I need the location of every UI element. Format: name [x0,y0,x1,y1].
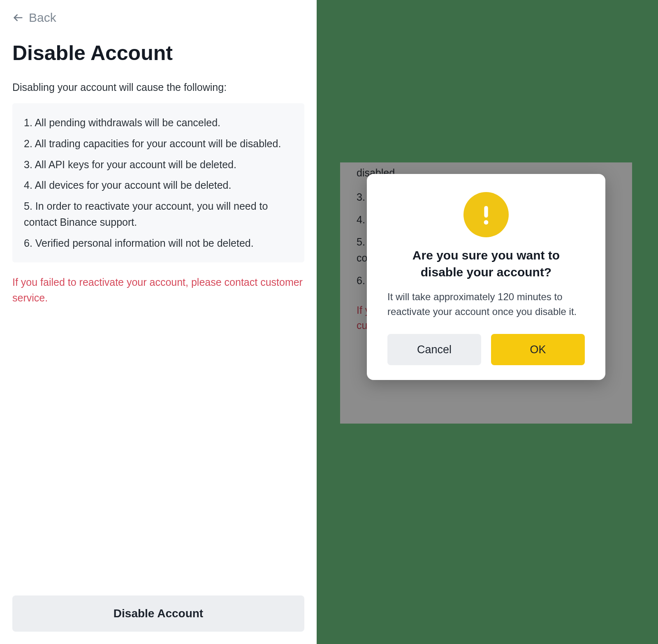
svg-rect-1 [484,206,488,218]
modal-body: It will take approximately 120 minutes t… [387,290,585,319]
confirm-modal-screen: disabled. 3. All API keys for your accou… [340,162,632,424]
modal-title-line2: disable your account? [421,265,551,279]
ok-button[interactable]: OK [491,334,585,365]
confirm-disable-modal: Are you sure you want to disable your ac… [367,174,605,380]
conseq-item-5: 5. In order to reactivate your account, … [24,198,293,230]
arrow-left-icon [12,12,24,23]
exclamation-icon [463,192,509,237]
conseq-item-3: 3. All API keys for your account will be… [24,157,293,173]
conseq-item-2: 2. All trading capacities for your accou… [24,136,293,152]
modal-title: Are you sure you want to disable your ac… [387,247,585,280]
disable-account-button[interactable]: Disable Account [12,595,304,632]
page-title: Disable Account [12,41,304,65]
conseq-item-6: 6. Verified personal information will no… [24,235,293,251]
conseq-item-1: 1. All pending withdrawals will be cance… [24,115,293,131]
back-label: Back [29,11,56,25]
consequences-box: 1. All pending withdrawals will be cance… [12,103,304,262]
disable-account-screen: Back Disable Account Disabling your acco… [0,0,317,644]
cancel-button[interactable]: Cancel [387,334,481,365]
svg-point-2 [484,220,489,225]
intro-text: Disabling your account will cause the fo… [12,81,304,93]
conseq-item-4: 4. All devices for your account will be … [24,177,293,193]
warning-text: If you failed to reactivate your account… [12,275,304,306]
modal-title-line1: Are you sure you want to [412,248,560,262]
modal-buttons: Cancel OK [387,334,585,365]
back-button[interactable]: Back [12,11,304,25]
